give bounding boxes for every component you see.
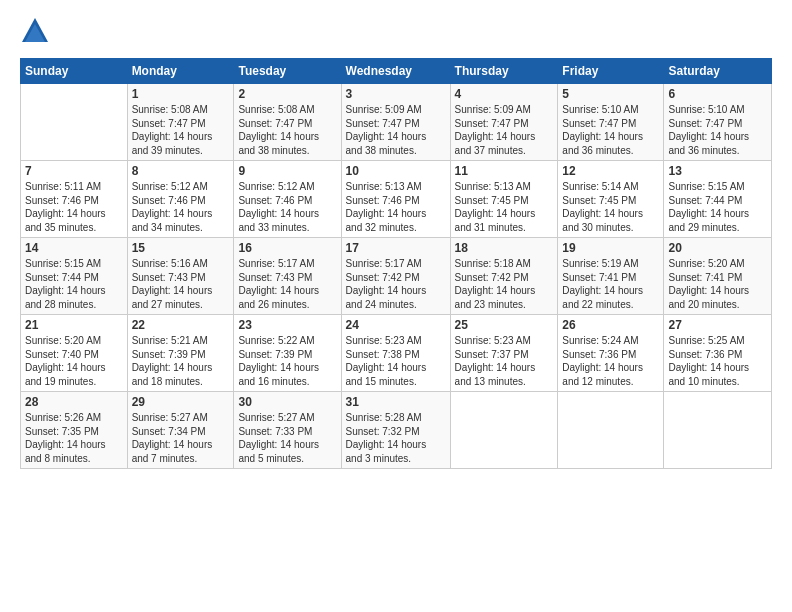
day-number: 19 bbox=[562, 241, 659, 255]
day-cell: 19Sunrise: 5:19 AMSunset: 7:41 PMDayligh… bbox=[558, 238, 664, 315]
day-cell: 25Sunrise: 5:23 AMSunset: 7:37 PMDayligh… bbox=[450, 315, 558, 392]
logo-icon bbox=[20, 16, 50, 46]
day-cell: 24Sunrise: 5:23 AMSunset: 7:38 PMDayligh… bbox=[341, 315, 450, 392]
week-row-3: 14Sunrise: 5:15 AMSunset: 7:44 PMDayligh… bbox=[21, 238, 772, 315]
day-info: Sunrise: 5:25 AMSunset: 7:36 PMDaylight:… bbox=[668, 334, 767, 388]
day-cell: 15Sunrise: 5:16 AMSunset: 7:43 PMDayligh… bbox=[127, 238, 234, 315]
day-info: Sunrise: 5:13 AMSunset: 7:45 PMDaylight:… bbox=[455, 180, 554, 234]
day-info: Sunrise: 5:28 AMSunset: 7:32 PMDaylight:… bbox=[346, 411, 446, 465]
header-day-monday: Monday bbox=[127, 59, 234, 84]
day-cell: 28Sunrise: 5:26 AMSunset: 7:35 PMDayligh… bbox=[21, 392, 128, 469]
day-info: Sunrise: 5:23 AMSunset: 7:38 PMDaylight:… bbox=[346, 334, 446, 388]
day-cell: 11Sunrise: 5:13 AMSunset: 7:45 PMDayligh… bbox=[450, 161, 558, 238]
day-number: 8 bbox=[132, 164, 230, 178]
header-day-wednesday: Wednesday bbox=[341, 59, 450, 84]
week-row-5: 28Sunrise: 5:26 AMSunset: 7:35 PMDayligh… bbox=[21, 392, 772, 469]
day-info: Sunrise: 5:26 AMSunset: 7:35 PMDaylight:… bbox=[25, 411, 123, 465]
day-info: Sunrise: 5:20 AMSunset: 7:40 PMDaylight:… bbox=[25, 334, 123, 388]
day-info: Sunrise: 5:13 AMSunset: 7:46 PMDaylight:… bbox=[346, 180, 446, 234]
calendar-body: 1Sunrise: 5:08 AMSunset: 7:47 PMDaylight… bbox=[21, 84, 772, 469]
day-info: Sunrise: 5:16 AMSunset: 7:43 PMDaylight:… bbox=[132, 257, 230, 311]
day-number: 16 bbox=[238, 241, 336, 255]
day-cell: 17Sunrise: 5:17 AMSunset: 7:42 PMDayligh… bbox=[341, 238, 450, 315]
day-cell: 10Sunrise: 5:13 AMSunset: 7:46 PMDayligh… bbox=[341, 161, 450, 238]
day-number: 2 bbox=[238, 87, 336, 101]
day-cell: 6Sunrise: 5:10 AMSunset: 7:47 PMDaylight… bbox=[664, 84, 772, 161]
day-number: 15 bbox=[132, 241, 230, 255]
day-info: Sunrise: 5:11 AMSunset: 7:46 PMDaylight:… bbox=[25, 180, 123, 234]
day-info: Sunrise: 5:20 AMSunset: 7:41 PMDaylight:… bbox=[668, 257, 767, 311]
day-number: 6 bbox=[668, 87, 767, 101]
day-info: Sunrise: 5:10 AMSunset: 7:47 PMDaylight:… bbox=[562, 103, 659, 157]
week-row-1: 1Sunrise: 5:08 AMSunset: 7:47 PMDaylight… bbox=[21, 84, 772, 161]
day-number: 25 bbox=[455, 318, 554, 332]
day-info: Sunrise: 5:27 AMSunset: 7:34 PMDaylight:… bbox=[132, 411, 230, 465]
header bbox=[20, 16, 772, 46]
day-cell: 26Sunrise: 5:24 AMSunset: 7:36 PMDayligh… bbox=[558, 315, 664, 392]
day-cell: 7Sunrise: 5:11 AMSunset: 7:46 PMDaylight… bbox=[21, 161, 128, 238]
day-number: 9 bbox=[238, 164, 336, 178]
day-number: 20 bbox=[668, 241, 767, 255]
calendar-header: SundayMondayTuesdayWednesdayThursdayFrid… bbox=[21, 59, 772, 84]
day-cell bbox=[664, 392, 772, 469]
day-number: 31 bbox=[346, 395, 446, 409]
day-number: 21 bbox=[25, 318, 123, 332]
calendar-table: SundayMondayTuesdayWednesdayThursdayFrid… bbox=[20, 58, 772, 469]
day-number: 26 bbox=[562, 318, 659, 332]
day-info: Sunrise: 5:10 AMSunset: 7:47 PMDaylight:… bbox=[668, 103, 767, 157]
day-cell: 12Sunrise: 5:14 AMSunset: 7:45 PMDayligh… bbox=[558, 161, 664, 238]
day-info: Sunrise: 5:19 AMSunset: 7:41 PMDaylight:… bbox=[562, 257, 659, 311]
page: SundayMondayTuesdayWednesdayThursdayFrid… bbox=[0, 0, 792, 479]
day-number: 5 bbox=[562, 87, 659, 101]
day-info: Sunrise: 5:09 AMSunset: 7:47 PMDaylight:… bbox=[455, 103, 554, 157]
day-number: 18 bbox=[455, 241, 554, 255]
day-info: Sunrise: 5:17 AMSunset: 7:43 PMDaylight:… bbox=[238, 257, 336, 311]
day-cell: 30Sunrise: 5:27 AMSunset: 7:33 PMDayligh… bbox=[234, 392, 341, 469]
day-number: 3 bbox=[346, 87, 446, 101]
day-cell bbox=[21, 84, 128, 161]
header-row: SundayMondayTuesdayWednesdayThursdayFrid… bbox=[21, 59, 772, 84]
day-cell: 3Sunrise: 5:09 AMSunset: 7:47 PMDaylight… bbox=[341, 84, 450, 161]
day-info: Sunrise: 5:24 AMSunset: 7:36 PMDaylight:… bbox=[562, 334, 659, 388]
day-cell: 8Sunrise: 5:12 AMSunset: 7:46 PMDaylight… bbox=[127, 161, 234, 238]
day-cell: 16Sunrise: 5:17 AMSunset: 7:43 PMDayligh… bbox=[234, 238, 341, 315]
day-number: 27 bbox=[668, 318, 767, 332]
day-cell: 27Sunrise: 5:25 AMSunset: 7:36 PMDayligh… bbox=[664, 315, 772, 392]
day-number: 10 bbox=[346, 164, 446, 178]
header-day-saturday: Saturday bbox=[664, 59, 772, 84]
day-cell bbox=[450, 392, 558, 469]
day-info: Sunrise: 5:23 AMSunset: 7:37 PMDaylight:… bbox=[455, 334, 554, 388]
day-info: Sunrise: 5:09 AMSunset: 7:47 PMDaylight:… bbox=[346, 103, 446, 157]
day-number: 24 bbox=[346, 318, 446, 332]
day-cell: 20Sunrise: 5:20 AMSunset: 7:41 PMDayligh… bbox=[664, 238, 772, 315]
day-number: 13 bbox=[668, 164, 767, 178]
day-number: 7 bbox=[25, 164, 123, 178]
day-info: Sunrise: 5:12 AMSunset: 7:46 PMDaylight:… bbox=[132, 180, 230, 234]
day-number: 30 bbox=[238, 395, 336, 409]
day-number: 23 bbox=[238, 318, 336, 332]
day-info: Sunrise: 5:14 AMSunset: 7:45 PMDaylight:… bbox=[562, 180, 659, 234]
day-number: 12 bbox=[562, 164, 659, 178]
day-number: 22 bbox=[132, 318, 230, 332]
header-day-tuesday: Tuesday bbox=[234, 59, 341, 84]
day-info: Sunrise: 5:17 AMSunset: 7:42 PMDaylight:… bbox=[346, 257, 446, 311]
day-cell: 9Sunrise: 5:12 AMSunset: 7:46 PMDaylight… bbox=[234, 161, 341, 238]
day-cell: 29Sunrise: 5:27 AMSunset: 7:34 PMDayligh… bbox=[127, 392, 234, 469]
week-row-2: 7Sunrise: 5:11 AMSunset: 7:46 PMDaylight… bbox=[21, 161, 772, 238]
day-cell: 21Sunrise: 5:20 AMSunset: 7:40 PMDayligh… bbox=[21, 315, 128, 392]
day-cell: 18Sunrise: 5:18 AMSunset: 7:42 PMDayligh… bbox=[450, 238, 558, 315]
day-info: Sunrise: 5:08 AMSunset: 7:47 PMDaylight:… bbox=[132, 103, 230, 157]
day-info: Sunrise: 5:21 AMSunset: 7:39 PMDaylight:… bbox=[132, 334, 230, 388]
day-cell: 1Sunrise: 5:08 AMSunset: 7:47 PMDaylight… bbox=[127, 84, 234, 161]
logo bbox=[20, 16, 54, 46]
day-number: 4 bbox=[455, 87, 554, 101]
day-number: 28 bbox=[25, 395, 123, 409]
day-info: Sunrise: 5:18 AMSunset: 7:42 PMDaylight:… bbox=[455, 257, 554, 311]
day-cell: 23Sunrise: 5:22 AMSunset: 7:39 PMDayligh… bbox=[234, 315, 341, 392]
day-cell bbox=[558, 392, 664, 469]
day-info: Sunrise: 5:12 AMSunset: 7:46 PMDaylight:… bbox=[238, 180, 336, 234]
header-day-friday: Friday bbox=[558, 59, 664, 84]
day-cell: 2Sunrise: 5:08 AMSunset: 7:47 PMDaylight… bbox=[234, 84, 341, 161]
day-number: 17 bbox=[346, 241, 446, 255]
day-info: Sunrise: 5:22 AMSunset: 7:39 PMDaylight:… bbox=[238, 334, 336, 388]
